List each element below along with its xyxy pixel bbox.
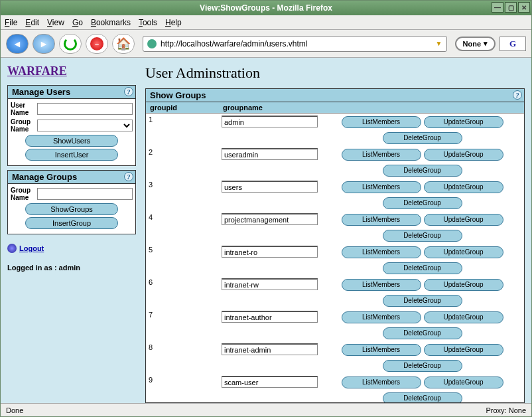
back-button[interactable]: ◄ [6, 34, 29, 54]
group-name-field[interactable] [222, 246, 318, 258]
group-id: 4 [146, 211, 219, 228]
group-name-label: Group Name [11, 118, 34, 133]
forward-button[interactable]: ► [33, 34, 55, 54]
update-group-button[interactable]: UpdateGroup [424, 149, 503, 161]
group-id: 5 [146, 244, 219, 260]
group-name-field[interactable] [222, 311, 318, 323]
table-row: 3ListMembersUpdateGroup [146, 179, 524, 195]
table-row-actions: DeleteGroup [146, 390, 524, 402]
insert-group-button[interactable]: InsertGroup [25, 217, 118, 229]
search-box[interactable]: G [499, 37, 526, 51]
update-group-button[interactable]: UpdateGroup [424, 279, 503, 291]
delete-group-button[interactable]: DeleteGroup [383, 197, 462, 209]
list-members-button[interactable]: ListMembers [342, 279, 421, 291]
page-title: User Adminstration [145, 64, 525, 82]
list-members-button[interactable]: ListMembers [342, 246, 421, 258]
table-row-actions: DeleteGroup [146, 325, 524, 341]
show-users-button[interactable]: ShowUsers [25, 135, 118, 147]
group-name-select[interactable] [37, 120, 133, 131]
group-id: 7 [146, 309, 219, 325]
home-icon: 🏠 [116, 37, 131, 51]
manage-groups-title: Manage Groups [12, 172, 77, 182]
delete-group-button[interactable]: DeleteGroup [383, 230, 462, 242]
col-groupname: groupname [219, 102, 320, 114]
menu-go[interactable]: Go [72, 18, 83, 27]
reload-button[interactable] [59, 34, 82, 54]
url-bar[interactable]: ▼ [143, 36, 447, 52]
logout-row: Logout [7, 244, 136, 253]
logged-in-status: Logged in as : admin [7, 264, 136, 272]
help-icon[interactable]: ? [124, 172, 133, 181]
table-row-actions: DeleteGroup [146, 228, 524, 244]
group-name-field[interactable] [222, 343, 318, 355]
chevron-down-icon: ▾ [484, 39, 488, 48]
groups-scroll[interactable]: groupid groupname 1ListMembersUpdateGrou… [146, 102, 524, 402]
window-title: View:ShowGroups - Mozilla Firefox [200, 3, 332, 13]
menu-view[interactable]: View [47, 18, 64, 27]
manage-users-header: Manage Users ? [8, 86, 135, 99]
none-button[interactable]: None▾ [455, 37, 496, 51]
table-row-actions: DeleteGroup [146, 293, 524, 309]
list-members-button[interactable]: ListMembers [342, 149, 421, 161]
arrow-left-icon: ◄ [13, 39, 22, 49]
group-name-field[interactable] [222, 376, 318, 388]
sidebar: WARFARE Manage Users ? User Name Group N… [7, 64, 136, 403]
logout-link[interactable]: Logout [19, 244, 44, 252]
delete-group-button[interactable]: DeleteGroup [383, 327, 462, 339]
list-members-button[interactable]: ListMembers [342, 376, 421, 388]
update-group-button[interactable]: UpdateGroup [424, 376, 503, 388]
globe-icon [147, 39, 157, 48]
group-name-input[interactable] [37, 188, 133, 200]
group-name-field[interactable] [222, 213, 318, 225]
group-name-field[interactable] [222, 181, 318, 193]
arrow-right-icon: ► [39, 39, 48, 49]
delete-group-button[interactable]: DeleteGroup [383, 392, 462, 402]
insert-user-button[interactable]: InsertUser [25, 149, 118, 161]
delete-group-button[interactable]: DeleteGroup [383, 165, 462, 177]
group-id: 8 [146, 341, 219, 358]
maximize-button[interactable]: ▢ [505, 2, 517, 13]
show-groups-header: Show Groups ? [146, 89, 524, 102]
list-members-button[interactable]: ListMembers [342, 214, 421, 226]
group-name-field[interactable] [222, 116, 318, 127]
help-icon[interactable]: ? [513, 90, 522, 100]
group-name-field[interactable] [222, 278, 318, 290]
update-group-button[interactable]: UpdateGroup [424, 246, 503, 258]
list-members-button[interactable]: ListMembers [342, 311, 421, 323]
main-column: User Adminstration Show Groups ? groupid… [145, 64, 525, 403]
groups-table: groupid groupname 1ListMembersUpdateGrou… [146, 102, 524, 402]
table-row-actions: DeleteGroup [146, 130, 524, 146]
update-group-button[interactable]: UpdateGroup [424, 344, 503, 356]
table-row: 6ListMembersUpdateGroup [146, 276, 524, 293]
update-group-button[interactable]: UpdateGroup [424, 214, 503, 226]
user-name-input[interactable] [37, 103, 133, 115]
menu-edit[interactable]: Edit [25, 18, 39, 27]
update-group-button[interactable]: UpdateGroup [424, 116, 503, 128]
table-row-actions: DeleteGroup [146, 358, 524, 374]
home-button[interactable]: 🏠 [112, 34, 135, 54]
url-dropdown-icon[interactable]: ▼ [436, 40, 442, 47]
update-group-button[interactable]: UpdateGroup [424, 311, 503, 323]
list-members-button[interactable]: ListMembers [342, 344, 421, 356]
menu-help[interactable]: Help [165, 18, 182, 27]
status-right: Proxy: None [486, 406, 526, 414]
minimize-button[interactable]: — [492, 2, 503, 13]
delete-group-button[interactable]: DeleteGroup [383, 262, 462, 274]
list-members-button[interactable]: ListMembers [342, 181, 421, 193]
update-group-button[interactable]: UpdateGroup [424, 181, 503, 193]
delete-group-button[interactable]: DeleteGroup [383, 132, 462, 144]
url-input[interactable] [161, 39, 436, 48]
list-members-button[interactable]: ListMembers [342, 116, 421, 128]
none-label: None [463, 40, 482, 48]
group-name-field[interactable] [222, 148, 318, 160]
help-icon[interactable]: ? [124, 87, 133, 96]
menu-bookmarks[interactable]: Bookmarks [91, 18, 131, 27]
menu-tools[interactable]: Tools [139, 18, 157, 27]
delete-group-button[interactable]: DeleteGroup [383, 360, 462, 372]
stop-button[interactable]: – [86, 34, 108, 54]
close-button[interactable]: ✕ [518, 2, 530, 13]
show-groups-button[interactable]: ShowGroups [25, 203, 118, 215]
brand-link[interactable]: WARFARE [7, 64, 136, 78]
delete-group-button[interactable]: DeleteGroup [383, 295, 462, 307]
menu-file[interactable]: File [5, 18, 17, 27]
